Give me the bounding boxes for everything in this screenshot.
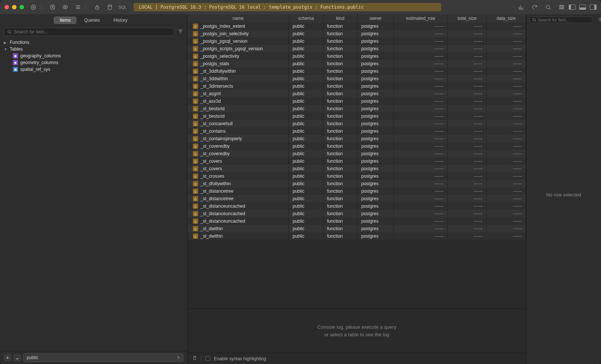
- table-row[interactable]: _st_distancetreepublicfunctionpostgres——…: [188, 187, 526, 195]
- table-row[interactable]: _st_3dintersectspublicfunctionpostgres——…: [188, 82, 526, 90]
- col-estimated-row[interactable]: estimated_row: [394, 14, 448, 22]
- chart-icon[interactable]: [518, 4, 524, 10]
- toggle-left-panel-icon[interactable]: [569, 4, 575, 10]
- cell-schema: public: [289, 217, 323, 225]
- table-row[interactable]: _postgis_pgsql_versionpublicfunctionpost…: [188, 37, 526, 45]
- toggle-right-panel-icon[interactable]: [590, 4, 596, 10]
- cell-owner: postgres: [357, 120, 394, 127]
- inspector-search-input[interactable]: [538, 18, 590, 22]
- table-row[interactable]: _st_concavehullpublicfunctionpostgres———…: [188, 120, 526, 127]
- table-row[interactable]: _st_distanceuncachedpublicfunctionpostgr…: [188, 217, 526, 225]
- tree-node-functions[interactable]: ▶ Functions: [4, 39, 183, 46]
- cell-data-size: ——: [487, 135, 526, 142]
- tree-child[interactable]: ◉geometry_columns: [4, 59, 183, 66]
- columns-icon[interactable]: [558, 4, 565, 10]
- cancel-icon[interactable]: [49, 4, 56, 10]
- tree-child[interactable]: ◉geography_columns: [4, 52, 183, 59]
- table-row[interactable]: _st_distanceuncachedpublicfunctionpostgr…: [188, 202, 526, 210]
- col-kind[interactable]: kind: [323, 14, 357, 22]
- cell-total-size: ——: [448, 187, 487, 195]
- table-row[interactable]: _postgis_join_selectivitypublicfunctionp…: [188, 30, 526, 37]
- dropdown-button[interactable]: ⌄: [14, 354, 21, 361]
- cell-owner: postgres: [357, 150, 394, 157]
- table-row[interactable]: _postgis_scripts_pgsql_versionpublicfunc…: [188, 45, 526, 52]
- table-row[interactable]: _postgis_selectivitypublicfunctionpostgr…: [188, 52, 526, 60]
- table-row[interactable]: _st_dfullywithinpublicfunctionpostgres——…: [188, 180, 526, 187]
- sql-badge[interactable]: SQL: [116, 5, 129, 9]
- tab-items[interactable]: Items: [54, 16, 77, 24]
- eye-icon[interactable]: [62, 4, 69, 10]
- cell-owner: postgres: [357, 195, 394, 202]
- filter-icon[interactable]: [177, 28, 183, 36]
- lock-icon[interactable]: [94, 4, 101, 10]
- table-row[interactable]: _st_3ddfullywithinpublicfunctionpostgres…: [188, 67, 526, 75]
- search-icon[interactable]: [545, 4, 551, 10]
- table-row[interactable]: _st_crossespublicfunctionpostgres——————: [188, 172, 526, 180]
- cell-kind: function: [323, 172, 357, 180]
- cell-schema: public: [289, 97, 323, 105]
- cell-estimated-row: ——: [394, 232, 448, 240]
- table-row[interactable]: _postgis_index_extentpublicfunctionpostg…: [188, 22, 526, 30]
- zoom-window-button[interactable]: [20, 5, 24, 9]
- minimize-window-button[interactable]: [12, 5, 17, 9]
- table-row[interactable]: _st_coverspublicfunctionpostgres——————: [188, 165, 526, 172]
- cell-name: _st_asgml: [200, 91, 221, 96]
- tree-child[interactable]: ▦spatial_ref_sys: [4, 66, 183, 73]
- cell-schema: public: [289, 52, 323, 60]
- svg-point-11: [533, 18, 535, 21]
- sidebar-search-input[interactable]: [14, 29, 171, 34]
- connection-icon[interactable]: [30, 4, 37, 10]
- table-row[interactable]: _st_containsproperlypublicfunctionpostgr…: [188, 135, 526, 142]
- cell-kind: function: [323, 82, 357, 90]
- trash-icon[interactable]: [192, 355, 197, 362]
- close-window-button[interactable]: [5, 5, 9, 9]
- table-row[interactable]: _st_distancetreepublicfunctionpostgres——…: [188, 195, 526, 202]
- cell-total-size: ——: [448, 90, 487, 97]
- cell-name: _st_3ddfullywithin: [200, 69, 236, 74]
- cell-owner: postgres: [357, 97, 394, 105]
- table-row[interactable]: _st_dwithinpublicfunctionpostgres——————: [188, 232, 526, 240]
- table-row[interactable]: _st_asgmlpublicfunctionpostgres——————: [188, 90, 526, 97]
- table-row[interactable]: _st_containspublicfunctionpostgres——————: [188, 127, 526, 135]
- sidebar-search[interactable]: [4, 28, 174, 36]
- table-row[interactable]: _st_bestsridpublicfunctionpostgres——————: [188, 105, 526, 112]
- table-row[interactable]: _st_distanceuncachedpublicfunctionpostgr…: [188, 210, 526, 217]
- cell-owner: postgres: [357, 135, 394, 142]
- col-total-size[interactable]: total_size: [448, 14, 487, 22]
- cell-total-size: ——: [448, 97, 487, 105]
- window-controls: [5, 5, 24, 9]
- schema-select[interactable]: public ⇅: [23, 354, 183, 362]
- function-icon: [193, 39, 198, 44]
- table-row[interactable]: _st_coverspublicfunctionpostgres——————: [188, 157, 526, 165]
- tab-queries[interactable]: Queries: [78, 16, 106, 24]
- cell-total-size: ——: [448, 135, 487, 142]
- list-icon[interactable]: [75, 4, 81, 10]
- table-row[interactable]: _st_bestsridpublicfunctionpostgres——————: [188, 112, 526, 120]
- table-row[interactable]: _st_asx3dpublicfunctionpostgres——————: [188, 97, 526, 105]
- breadcrumb[interactable]: LOCAL | PostgreSQL 16.3 : PostgreSQL 16 …: [134, 3, 441, 11]
- col-owner[interactable]: owner: [357, 14, 394, 22]
- col-schema[interactable]: schema: [289, 14, 323, 22]
- inspector-search[interactable]: [529, 16, 592, 23]
- results-grid[interactable]: name schema kind owner estimated_row tot…: [188, 14, 526, 309]
- add-button[interactable]: +: [4, 354, 11, 361]
- table-row[interactable]: _st_3ddwithinpublicfunctionpostgres—————…: [188, 75, 526, 82]
- table-row[interactable]: _st_coveredbypublicfunctionpostgres—————…: [188, 150, 526, 157]
- tree-node-tables[interactable]: ▼ Tables: [4, 46, 183, 52]
- cell-name: _st_distanceuncached: [200, 219, 245, 224]
- table-row[interactable]: _postgis_statspublicfunctionpostgres————…: [188, 60, 526, 67]
- table-row[interactable]: _st_coveredbypublicfunctionpostgres—————…: [188, 142, 526, 150]
- cell-total-size: ——: [448, 180, 487, 187]
- toggle-bottom-panel-icon[interactable]: [579, 4, 586, 10]
- database-icon[interactable]: [107, 4, 113, 10]
- refresh-icon[interactable]: [531, 4, 538, 10]
- col-name[interactable]: name: [188, 14, 289, 22]
- cell-name: _st_distanceuncached: [200, 211, 245, 216]
- table-row[interactable]: _st_dwithinpublicfunctionpostgres——————: [188, 225, 526, 232]
- cell-name: _st_containsproperly: [200, 136, 242, 141]
- gear-icon[interactable]: [598, 17, 601, 23]
- cell-data-size: ——: [487, 127, 526, 135]
- tab-history[interactable]: History: [108, 16, 134, 24]
- col-data-size[interactable]: data_size: [487, 14, 526, 22]
- syntax-checkbox[interactable]: [205, 356, 210, 361]
